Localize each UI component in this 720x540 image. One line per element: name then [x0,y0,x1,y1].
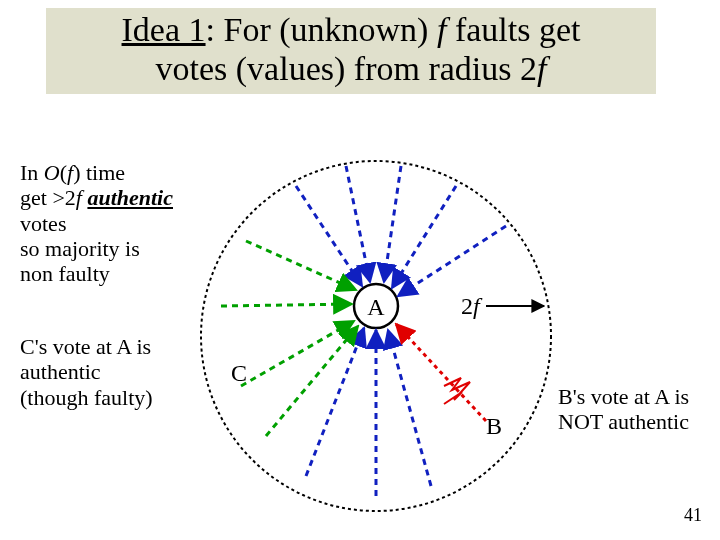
t: non faulty [20,261,110,286]
label-c: C [231,360,247,386]
svg-line-1 [346,166,370,282]
svg-line-10 [241,321,354,386]
slide-number: 41 [684,505,702,526]
svg-line-3 [392,186,456,288]
svg-line-5 [306,328,364,476]
title-f-1: f [437,11,446,48]
t: votes [20,211,66,236]
title-text-3: votes (values) from radius 2 [156,50,537,87]
left-text-2: C's vote at A is authentic (though fault… [20,334,205,410]
svg-line-4 [398,226,506,296]
t: In [20,160,44,185]
title-text-1: : For (unknown) [206,11,437,48]
title-line-2: votes (values) from radius 2f [56,49,646,88]
diagram-svg: A 2f B C [186,146,566,526]
slide: Idea 1: For (unknown) f faults get votes… [0,0,720,540]
svg-line-2 [384,166,401,282]
t: C's vote at A is [20,334,151,359]
t: ) time [73,160,125,185]
t: (though faulty) [20,385,153,410]
t: f [76,185,82,210]
t: so majority is [20,236,140,261]
t: ( [60,160,67,185]
label-b: B [486,413,502,439]
t: get >2 [20,185,76,210]
t: B's vote at A is [558,384,689,409]
label-a: A [367,294,385,320]
left-text-1: In O(f) time get >2f authentic votes so … [20,160,205,286]
title-idea: Idea 1 [122,11,206,48]
label-2f: 2f [461,293,483,319]
svg-line-9 [221,304,352,306]
title-box: Idea 1: For (unknown) f faults get votes… [46,8,656,94]
green-arrows [221,241,358,436]
t: authentic [20,359,101,384]
title-f-2: f [537,50,546,87]
t: O [44,160,60,185]
svg-line-8 [246,241,356,290]
title-line-1: Idea 1: For (unknown) f faults get [56,10,646,49]
t: NOT authentic [558,409,689,434]
title-text-2: faults get [446,11,580,48]
right-text: B's vote at A is NOT authentic [558,384,720,435]
authentic-word: authentic [87,185,173,210]
